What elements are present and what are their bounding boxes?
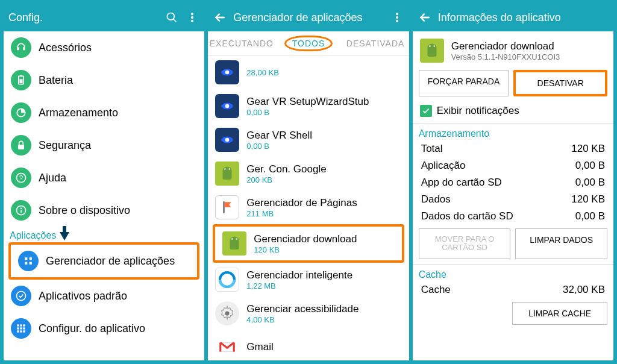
svg-rect-7 — [20, 79, 23, 83]
app-list-item[interactable]: Gerenciar acessibilidade 4,00 KB — [208, 297, 409, 330]
panel-app-info: Informações do aplicativo Gerenciador do… — [413, 4, 613, 360]
disable-button[interactable]: DESATIVAR — [513, 70, 607, 96]
check-icon — [420, 105, 432, 117]
app-list[interactable]: 28,00 KB Gear VR SetupWizardStub 0,00 B … — [208, 55, 409, 360]
settings-item-label: Bateria — [39, 74, 73, 87]
svg-point-19 — [17, 292, 26, 301]
storage-row: Total120 KB — [413, 140, 613, 157]
info-icon — [11, 200, 31, 221]
battery-icon — [11, 70, 31, 90]
app-list-item[interactable]: Gerenciador inteligente 1,22 MB — [208, 263, 409, 297]
svg-point-13 — [20, 207, 22, 209]
storage-header: Armazenamento — [413, 125, 613, 140]
settings-item[interactable]: Sobre o dispositivo — [4, 194, 204, 227]
svg-rect-27 — [20, 330, 22, 332]
appbar: Informações do aplicativo — [413, 4, 613, 31]
android-icon — [222, 231, 246, 256]
settings-item[interactable]: ? Ajuda — [4, 162, 204, 194]
app-size: 4,00 KB — [246, 315, 359, 324]
svg-point-0 — [168, 13, 175, 20]
app-list-item[interactable]: Ger. Con. Google 200 KB — [208, 157, 409, 190]
app-name: Gerenciador inteligente — [246, 269, 352, 281]
settings-item-label: Sobre o dispositivo — [39, 204, 130, 217]
app-list-item[interactable]: Gerenciador de Páginas 211 MB — [208, 190, 409, 224]
cache-header: Cache — [413, 266, 613, 281]
force-stop-button[interactable]: FORÇAR PARADA — [419, 70, 509, 96]
settings-body: Acessórios Bateria Armazenamento Seguran… — [4, 31, 204, 360]
svg-point-4 — [192, 20, 193, 22]
tab-running[interactable]: EXECUTANDO — [208, 39, 275, 48]
clear-cache-button[interactable]: LIMPAR CACHE — [512, 302, 607, 325]
svg-rect-24 — [20, 327, 22, 329]
svg-point-29 — [396, 13, 398, 15]
storage-row: Aplicação0,00 B — [413, 157, 613, 174]
check-icon — [11, 286, 31, 306]
settings-item-label: Gerenciador de aplicações — [46, 255, 175, 268]
svg-point-33 — [225, 71, 230, 75]
svg-point-45 — [225, 312, 230, 316]
appbar-title: Informações do aplicativo — [438, 11, 609, 24]
app-size: 1,22 MB — [246, 281, 352, 290]
svg-point-2 — [192, 13, 193, 15]
app-list-item[interactable]: Gerenciador download 120 KB — [213, 224, 404, 263]
more-icon[interactable] — [390, 10, 404, 25]
arrow-down-icon — [60, 232, 69, 240]
settings-item[interactable]: Segurança — [4, 129, 204, 162]
app-info-body: Gerenciador download Versão 5.1.1-N910FX… — [413, 31, 613, 360]
storage-row: Dados do cartão SD0,00 B — [413, 208, 613, 225]
app-name: Gerenciador download — [451, 40, 560, 52]
settings-item[interactable]: Bateria — [4, 64, 204, 96]
settings-item[interactable]: Acessórios — [4, 31, 204, 64]
svg-point-42 — [236, 238, 238, 240]
app-size: 0,00 B — [246, 108, 369, 117]
tab-all[interactable]: TODOS — [275, 39, 342, 48]
svg-line-1 — [174, 19, 177, 22]
app-size: 120 KB — [254, 245, 357, 254]
android-icon — [420, 39, 444, 63]
settings-item[interactable]: Gerenciador de aplicações — [8, 242, 199, 280]
app-header: Gerenciador download Versão 5.1.1-N910FX… — [413, 31, 613, 70]
headphone-icon — [11, 37, 31, 58]
gear-icon — [215, 301, 239, 325]
smart-manager-icon — [215, 268, 239, 292]
show-notifications-checkbox[interactable]: Exibir notificações — [413, 102, 613, 122]
more-icon[interactable] — [185, 10, 199, 25]
app-name: Gear VR SetupWizardStub — [246, 96, 369, 108]
svg-point-48 — [433, 45, 435, 47]
svg-rect-40 — [224, 201, 225, 213]
svg-point-47 — [429, 45, 431, 47]
app-list-item[interactable]: Gear VR SetupWizardStub 0,00 B — [208, 89, 409, 123]
appbar: Gerenciador de aplicações — [208, 4, 409, 31]
svg-rect-18 — [30, 262, 32, 265]
app-size: 0,00 B — [246, 142, 312, 151]
help-icon: ? — [11, 168, 31, 188]
app-list-item[interactable]: 28,00 KB — [208, 55, 409, 89]
panel-settings: Config. Acessórios Bateria Armazenamento… — [4, 4, 204, 360]
settings-item-label: Armazenamento — [39, 107, 118, 119]
svg-point-41 — [231, 238, 233, 240]
search-icon[interactable] — [164, 10, 179, 25]
app-list-item[interactable]: Gmail — [208, 330, 409, 360]
svg-point-31 — [396, 20, 398, 22]
back-icon[interactable] — [418, 10, 432, 25]
settings-item[interactable]: Armazenamento — [4, 96, 204, 129]
app-version: Versão 5.1.1-N910FXXU1COI3 — [451, 52, 560, 61]
appbar-title: Config. — [8, 11, 158, 24]
app-name: Gerenciador de Páginas — [246, 197, 357, 209]
app-name: Gerenciar acessibilidade — [246, 303, 359, 315]
samsung-icon — [215, 128, 239, 152]
gmail-icon — [215, 335, 239, 359]
settings-item-label: Acessórios — [39, 42, 92, 54]
svg-point-38 — [224, 168, 226, 170]
app-size: 200 KB — [246, 175, 326, 184]
app-list-item[interactable]: Gear VR Shell 0,00 B — [208, 123, 409, 157]
samsung-icon — [215, 60, 239, 84]
tab-disabled[interactable]: DESATIVADA — [342, 39, 409, 48]
settings-item-label: Configur. do aplicativo — [39, 322, 145, 335]
settings-item[interactable]: Aplicativos padrão — [4, 280, 204, 312]
svg-point-35 — [225, 104, 230, 108]
back-icon[interactable] — [213, 10, 227, 25]
settings-item[interactable]: Configur. do aplicativo — [4, 312, 204, 345]
svg-rect-26 — [17, 330, 19, 332]
clear-data-button[interactable]: LIMPAR DADOS — [515, 228, 607, 259]
